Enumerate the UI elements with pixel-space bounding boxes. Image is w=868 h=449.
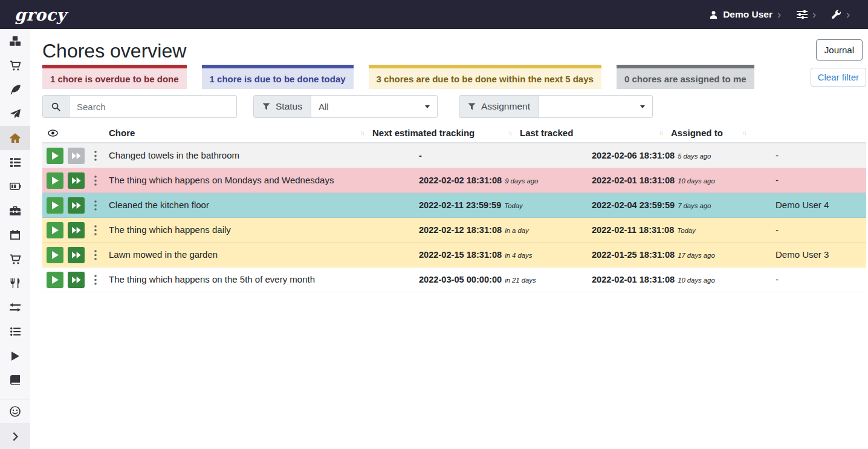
sidebar-item-recipes[interactable]: [0, 77, 30, 102]
cubes-icon: [10, 36, 21, 46]
track-execution-button[interactable]: [47, 222, 63, 238]
skip-schedule-button[interactable]: [68, 272, 85, 288]
banner-assigned[interactable]: 0 chores are assigned to me: [617, 65, 754, 89]
row-menu-button[interactable]: [92, 199, 99, 212]
banners-row: 1 chore is overdue to be done1 chore is …: [42, 65, 866, 89]
row-actions: [42, 143, 104, 168]
track-execution-button[interactable]: [47, 148, 63, 164]
search-input[interactable]: [70, 95, 237, 118]
sidebar-item-expand-sidebar[interactable]: [0, 424, 30, 449]
skip-schedule-button[interactable]: [68, 197, 85, 214]
assignment-filter-labelbox: Assignment: [459, 95, 539, 118]
sidebar-item-chore-tracking[interactable]: [0, 344, 30, 368]
search-icon: [42, 95, 70, 118]
sidebar-bottom: [0, 399, 30, 449]
filters: Status All Assignment: [42, 95, 866, 118]
next-tracking-cell: 2022-02-15 18:31:08in 4 days: [368, 243, 515, 267]
sort-icon: ↑↓: [358, 129, 364, 136]
row-menu-button[interactable]: [92, 174, 99, 187]
sidebar-item-consume[interactable]: [0, 271, 30, 295]
skip-schedule-button[interactable]: [68, 222, 85, 238]
row-actions: [42, 267, 104, 292]
chevron-right-icon: [13, 432, 18, 441]
sidebar: [0, 29, 30, 449]
next-tracking-cell: 2022-02-11 23:59:59Today: [368, 193, 515, 218]
app-logo[interactable]: grocy: [15, 7, 66, 23]
banner-label: 1 chore is overdue to be done: [50, 74, 179, 84]
row-menu-button[interactable]: [92, 224, 99, 237]
banner-due-today[interactable]: 1 chore is due to be done today: [202, 65, 354, 89]
sidebar-item-stock-overview[interactable]: [0, 29, 30, 53]
battery-icon: [10, 183, 21, 190]
user-menu[interactable]: Demo User ›: [709, 9, 781, 20]
assignment-filter: Assignment: [459, 95, 653, 118]
timestamp: 2022-02-01 18:31:08: [592, 275, 675, 284]
skip-schedule-button[interactable]: [68, 247, 85, 263]
timestamp: 2022-02-06 18:31:08: [592, 151, 675, 160]
sidebar-item-batteries-overview[interactable]: [0, 174, 30, 198]
track-execution-button[interactable]: [47, 172, 63, 189]
sidebar-item-calendar[interactable]: [0, 223, 30, 247]
sidebar-item-inventory[interactable]: [0, 320, 30, 344]
column-header-last-tracked[interactable]: Last tracked ↑↓: [515, 123, 666, 142]
column-header-assigned-to[interactable]: Assigned to ↑↓: [666, 123, 750, 142]
sidebar-item-equipment[interactable]: [0, 198, 30, 223]
assignment-filter-select[interactable]: [539, 95, 653, 118]
sidebar-item-meal-plan[interactable]: [0, 102, 30, 126]
track-execution-button[interactable]: [47, 197, 63, 214]
sidebar-item-purchase[interactable]: [0, 247, 30, 271]
sidebar-item-transfer[interactable]: [0, 295, 30, 320]
search-group: [42, 95, 237, 118]
status-filter-value: All: [319, 102, 329, 112]
timestamp: 2022-02-02 18:31:08: [419, 175, 502, 185]
utensils-icon: [10, 278, 20, 288]
sidebar-item-chores-overview[interactable]: [0, 126, 30, 150]
status-filter-select[interactable]: All: [311, 95, 438, 118]
status-filter-labelbox: Status: [253, 95, 311, 118]
timestamp: 2022-01-25 18:31:08: [592, 250, 675, 260]
column-header-chore[interactable]: Chore ↑↓: [104, 123, 368, 142]
row-menu-button[interactable]: [92, 149, 99, 162]
row-menu-button[interactable]: [92, 274, 99, 286]
admin-menu[interactable]: ›: [832, 9, 850, 20]
page-title: Chores overview: [42, 38, 186, 64]
column-header-next-tracking[interactable]: Next estimated tracking ↑↓: [368, 123, 515, 142]
play-icon: [11, 352, 19, 361]
column-label: Assigned to: [671, 128, 723, 138]
skip-schedule-button[interactable]: [68, 172, 85, 189]
row-menu-button[interactable]: [92, 249, 99, 261]
wrench-icon: [832, 10, 841, 19]
status-filter: Status All: [253, 95, 438, 118]
timestamp: -: [419, 151, 422, 160]
sidebar-item-feedback[interactable]: [0, 399, 30, 424]
filter-icon: [468, 103, 476, 111]
navbar-menus: Demo User › › ›: [709, 9, 850, 20]
track-execution-button[interactable]: [47, 272, 63, 288]
exchange-icon: [10, 303, 21, 312]
track-execution-button[interactable]: [47, 247, 63, 263]
chore-name: Lawn mowed in the garden: [104, 243, 368, 267]
last-tracked-cell: 2022-02-01 18:31:0810 days ago: [515, 267, 666, 292]
assigned-to-cell: -: [666, 267, 866, 292]
sidebar-item-tasks[interactable]: [0, 150, 30, 174]
sliders-icon: [797, 10, 808, 19]
sidebar-item-journal-book[interactable]: [0, 368, 30, 392]
banner-due-soon[interactable]: 3 chores are due to be done within the n…: [369, 65, 601, 89]
chevron-right-icon: ›: [812, 9, 816, 20]
column-label: Chore: [109, 128, 135, 138]
table-body: Changed towels in the bathroom-2022-02-0…: [42, 143, 866, 292]
banner-overdue[interactable]: 1 chore is overdue to be done: [42, 65, 187, 89]
chevron-right-icon: ›: [846, 9, 850, 20]
assigned-to-cell: Demo User 4: [666, 193, 866, 218]
visibility-column-header: [42, 123, 104, 142]
settings-menu[interactable]: ›: [797, 9, 816, 20]
clear-filter-button[interactable]: Clear filter: [811, 68, 866, 87]
banner-label: 3 chores are due to be done within the n…: [377, 74, 594, 84]
caret-down-icon: [640, 105, 645, 108]
smiley-icon: [10, 406, 21, 417]
chore-row: The thing which happens daily2022-02-12 …: [42, 218, 866, 243]
feather-icon: [10, 85, 21, 95]
next-tracking-cell: 2022-02-12 18:31:08in a day: [368, 218, 515, 243]
sidebar-item-shopping-list[interactable]: [0, 53, 30, 77]
journal-button[interactable]: Journal: [816, 39, 863, 61]
